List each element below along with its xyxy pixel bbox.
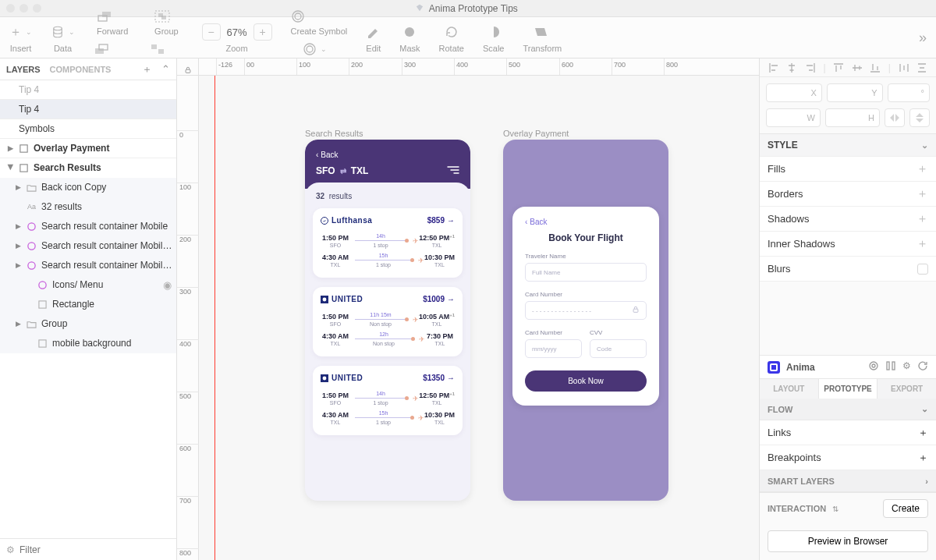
flip-vertical-button[interactable]: [909, 108, 930, 127]
back-button[interactable]: ‹Back: [525, 218, 647, 226]
layer-row[interactable]: Rectangle: [0, 295, 176, 314]
flow-section[interactable]: FLOW: [768, 405, 792, 414]
interaction-select-icon[interactable]: ⇅: [832, 505, 838, 513]
flight-card[interactable]: Lufthansa$859 →1:50 PMSFO14h1 stop✈12:50…: [313, 208, 463, 278]
card-number-input[interactable]: - - - - - - - - - - - - - - - -: [525, 301, 647, 320]
align-left-icon[interactable]: [768, 62, 779, 73]
y-input[interactable]: Y: [827, 83, 883, 102]
mask-button[interactable]: [402, 22, 417, 42]
traffic-lights[interactable]: [6, 4, 41, 12]
zoom-out-button[interactable]: −: [202, 23, 221, 41]
blurs-row[interactable]: Blurs: [768, 263, 791, 275]
back-button[interactable]: ‹Back: [316, 151, 459, 159]
add-inner-shadow-button[interactable]: ＋: [916, 236, 928, 251]
layer-row[interactable]: Symbols: [0, 119, 176, 139]
edit-button[interactable]: [367, 22, 381, 42]
h-input[interactable]: H: [825, 108, 880, 127]
layer-row[interactable]: Tip 4: [0, 100, 176, 119]
add-breakpoint-button[interactable]: ＋: [918, 451, 928, 465]
transform-button[interactable]: [534, 22, 550, 42]
rotate-button[interactable]: [445, 22, 459, 42]
create-symbol-button[interactable]: [291, 6, 348, 27]
data-button[interactable]: ⌄: [51, 22, 75, 42]
forward-button[interactable]: [97, 6, 128, 27]
flight-card[interactable]: UNITED$1350 →1:50 PMSFO14h1 stop✈12:50 P…: [313, 366, 463, 435]
layer-row[interactable]: ▶ Back icon Copy: [0, 178, 176, 197]
book-now-button[interactable]: Book Now: [525, 370, 647, 392]
gear-icon[interactable]: ⚙: [902, 360, 911, 374]
layer-row[interactable]: mobile background: [0, 334, 176, 353]
create-interaction-button[interactable]: Create: [883, 499, 928, 518]
visibility-toggle-icon[interactable]: ◉: [163, 279, 172, 291]
borders-row[interactable]: Borders: [768, 188, 803, 200]
filter-settings-icon[interactable]: ⚙: [6, 544, 15, 555]
tab-components[interactable]: COMPONENTS: [50, 65, 112, 74]
preview-in-browser-button[interactable]: Preview in Browser: [768, 530, 928, 552]
layer-row[interactable]: ▶ Search Results: [0, 158, 176, 178]
add-page-button[interactable]: ＋: [142, 62, 152, 76]
zoom-in-button[interactable]: +: [254, 23, 272, 41]
scale-button[interactable]: [487, 22, 501, 42]
inner-shadows-row[interactable]: Inner Shadows: [768, 238, 835, 250]
add-border-button[interactable]: ＋: [916, 186, 928, 201]
shadows-row[interactable]: Shadows: [768, 213, 809, 225]
artboard-search-results[interactable]: ‹Back SFO ⇄ TXL 32 results Lufthansa$859…: [305, 140, 470, 501]
artboard-label[interactable]: Overlay Payment: [503, 129, 569, 138]
symbols-button[interactable]: ⌄: [303, 39, 335, 59]
align-right-icon[interactable]: [805, 62, 816, 73]
anima-tab-export[interactable]: EXPORT: [878, 379, 936, 399]
smart-layers-section[interactable]: SMART LAYERS: [768, 477, 835, 486]
anima-tab-prototype[interactable]: PROTOTYPE: [818, 379, 878, 399]
layer-row[interactable]: ▶ Search result container Mobile: [0, 217, 176, 236]
chevron-down-icon[interactable]: ⌄: [921, 140, 928, 151]
artboard-label[interactable]: Search Results: [305, 129, 363, 138]
chevron-right-icon[interactable]: ›: [925, 477, 928, 486]
guide-vertical[interactable]: [214, 58, 215, 560]
traveler-name-input[interactable]: Full Name: [525, 263, 647, 282]
toolbar-overflow-button[interactable]: »: [919, 30, 927, 46]
add-shadow-button[interactable]: ＋: [916, 211, 928, 226]
ungroup-button[interactable]: [150, 39, 183, 59]
align-bottom-icon[interactable]: [870, 62, 881, 73]
collapse-pages-button[interactable]: ⌃: [161, 63, 170, 75]
flip-horizontal-button[interactable]: [885, 108, 905, 127]
links-row[interactable]: Links: [768, 427, 791, 438]
artboard-overlay-payment[interactable]: ‹Back Book Your Flight Traveler Name Ful…: [503, 140, 668, 501]
align-top-icon[interactable]: [833, 62, 844, 73]
minimize-window-button[interactable]: [20, 4, 28, 12]
anima-tab-layout[interactable]: LAYOUT: [760, 379, 818, 399]
group-button[interactable]: [154, 6, 179, 27]
layer-row[interactable]: Aa 32 results: [0, 197, 176, 217]
layer-row[interactable]: ▶ Search result container Mobil…: [0, 236, 176, 256]
rotation-input[interactable]: °: [888, 83, 930, 102]
distribute-v-icon[interactable]: [916, 62, 927, 73]
align-middle-v-icon[interactable]: [852, 62, 863, 73]
maximize-window-button[interactable]: [33, 4, 41, 12]
swap-icon[interactable]: ⇄: [340, 167, 346, 175]
toggle-blur-button[interactable]: [917, 264, 928, 275]
layer-row[interactable]: Icons/ Menu◉: [0, 275, 176, 295]
layer-row[interactable]: ▶ Overlay Payment: [0, 139, 176, 158]
ruler-toggle[interactable]: [177, 58, 199, 76]
breakpoints-row[interactable]: Breakpoints: [768, 452, 821, 463]
distribute-h-icon[interactable]: [899, 62, 909, 73]
chevron-down-icon[interactable]: ⌄: [921, 404, 928, 414]
x-input[interactable]: X: [766, 83, 822, 102]
menu-icon[interactable]: [447, 165, 459, 176]
add-link-button[interactable]: ＋: [918, 426, 928, 440]
canvas[interactable]: -12600100200300400500600700800 010020030…: [177, 58, 759, 560]
backward-button[interactable]: [94, 39, 131, 59]
insert-button[interactable]: ＋⌄: [9, 22, 32, 42]
filter-input[interactable]: [20, 544, 170, 555]
flight-card[interactable]: UNITED$1009 →1:50 PMSFO11h 15mNon stop✈1…: [313, 287, 463, 356]
close-window-button[interactable]: [6, 4, 15, 12]
refresh-icon[interactable]: [917, 360, 928, 374]
layer-row[interactable]: ▶ Search result container Mobil…: [0, 256, 176, 275]
cvv-input[interactable]: Code: [590, 339, 647, 358]
zoom-value[interactable]: 67%: [227, 27, 247, 38]
style-section[interactable]: STYLE: [768, 140, 798, 151]
fills-row[interactable]: Fills: [768, 163, 785, 175]
layer-row[interactable]: ▶ Group: [0, 314, 176, 334]
tab-layers[interactable]: LAYERS: [6, 65, 41, 74]
record-icon[interactable]: [868, 360, 879, 374]
